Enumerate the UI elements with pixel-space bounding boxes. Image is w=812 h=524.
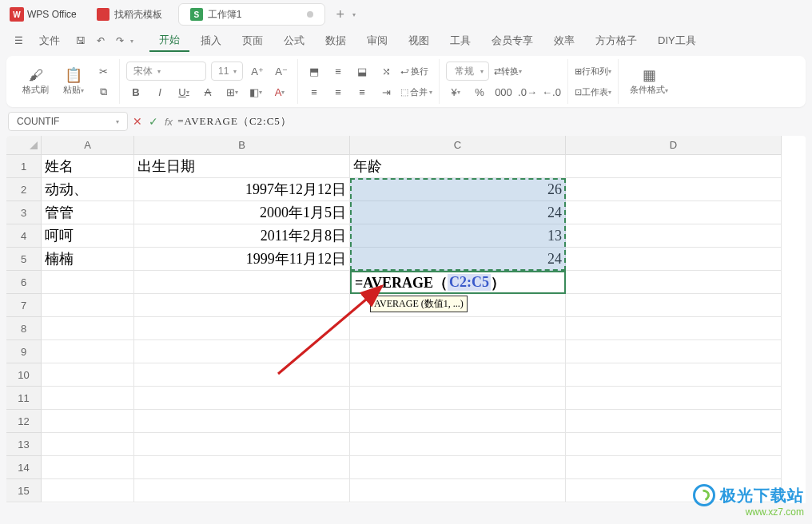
row-header-13[interactable]: 13 <box>6 433 42 456</box>
row-header-1[interactable]: 1 <box>6 155 42 178</box>
cell-C15[interactable] <box>350 479 566 502</box>
col-header-C[interactable]: C <box>350 136 566 155</box>
cell-D12[interactable] <box>566 410 782 433</box>
row-header-3[interactable]: 3 <box>6 201 42 224</box>
tab-list-caret[interactable]: ▾ <box>352 11 356 18</box>
cell-A14[interactable] <box>42 456 134 479</box>
wrap-text-button[interactable]: ⮐换行 <box>400 62 428 80</box>
row-header-4[interactable]: 4 <box>6 224 42 248</box>
cell-A5[interactable]: 楠楠 <box>42 248 134 271</box>
cell-C12[interactable] <box>350 410 566 433</box>
strike-icon[interactable]: A <box>198 83 217 101</box>
row-header-6[interactable]: 6 <box>6 271 42 294</box>
cell-C5[interactable]: 24 <box>350 248 566 271</box>
cell-C11[interactable] <box>350 387 566 410</box>
percent-icon[interactable]: % <box>470 83 489 101</box>
menu-insert[interactable]: 插入 <box>191 30 231 51</box>
font-color-icon[interactable]: A▾ <box>270 83 289 101</box>
increase-font-icon[interactable]: A⁺ <box>248 62 267 80</box>
fill-color-icon[interactable]: ◧▾ <box>246 83 265 101</box>
align-right-icon[interactable]: ≡ <box>352 83 372 101</box>
menu-tools[interactable]: 工具 <box>440 30 480 51</box>
col-header-B[interactable]: B <box>134 136 350 155</box>
cell-C1[interactable]: 年龄 <box>350 155 566 178</box>
qat-caret[interactable]: ▾ <box>130 38 133 45</box>
spreadsheet-grid[interactable]: ABCD 123456789101112131415 姓名出生日期年龄动动、19… <box>6 136 806 503</box>
cond-format-button[interactable]: ▦ 条件格式▾ <box>625 66 673 97</box>
cell-A1[interactable]: 姓名 <box>42 155 134 178</box>
cell-D3[interactable] <box>566 201 782 224</box>
border-icon[interactable]: ⊞▾ <box>222 83 241 101</box>
cell-D9[interactable] <box>566 340 782 363</box>
align-top-icon[interactable]: ⬒ <box>304 62 324 80</box>
col-header-D[interactable]: D <box>566 136 782 155</box>
cell-A13[interactable] <box>42 433 134 456</box>
cell-A2[interactable]: 动动、 <box>42 178 134 201</box>
cell-D10[interactable] <box>566 363 782 387</box>
formula-ok-icon[interactable]: ✓ <box>149 115 158 128</box>
bold-icon[interactable]: B <box>126 83 145 101</box>
currency-icon[interactable]: ¥▾ <box>446 83 465 101</box>
menu-vip[interactable]: 会员专享 <box>482 30 543 51</box>
redo-icon[interactable]: ↷ <box>111 32 129 50</box>
cell-C14[interactable] <box>350 456 566 479</box>
formula-input[interactable]: =AVERAGE（C2:C5） <box>177 114 292 129</box>
align-left-icon[interactable]: ≡ <box>304 83 324 101</box>
cell-B10[interactable] <box>134 363 350 387</box>
cell-C9[interactable] <box>350 340 566 363</box>
menu-formula[interactable]: 公式 <box>274 30 314 51</box>
cell-B6[interactable] <box>134 271 350 294</box>
row-header-5[interactable]: 5 <box>6 248 42 271</box>
row-header-14[interactable]: 14 <box>6 456 42 479</box>
font-size-select[interactable]: 11▾ <box>211 62 243 81</box>
worksheet-button[interactable]: ⊡ 工作表▾ <box>575 83 611 101</box>
cell-B14[interactable] <box>134 456 350 479</box>
cell-B3[interactable]: 2000年1月5日 <box>134 201 350 224</box>
cell-D7[interactable] <box>566 294 782 317</box>
menu-ffgz[interactable]: 方方格子 <box>586 30 647 51</box>
row-header-9[interactable]: 9 <box>6 340 42 363</box>
new-tab-button[interactable]: + <box>328 6 352 23</box>
indent-icon[interactable]: ⇥ <box>376 83 396 101</box>
decrease-font-icon[interactable]: A⁻ <box>272 62 291 80</box>
hamburger-icon[interactable]: ☰ <box>10 32 28 50</box>
cell-C3[interactable]: 24 <box>350 201 566 224</box>
orientation-icon[interactable]: ⤭ <box>376 62 396 80</box>
menu-review[interactable]: 审阅 <box>357 30 397 51</box>
cell-C10[interactable] <box>350 363 566 387</box>
cell-B9[interactable] <box>134 340 350 363</box>
cell-B1[interactable]: 出生日期 <box>134 155 350 178</box>
cell-D4[interactable] <box>566 224 782 248</box>
align-bottom-icon[interactable]: ⬓ <box>352 62 372 80</box>
menu-data[interactable]: 数据 <box>316 30 356 51</box>
cell-A3[interactable]: 管管 <box>42 201 134 224</box>
row-header-11[interactable]: 11 <box>6 387 42 410</box>
menu-start[interactable]: 开始 <box>149 30 189 52</box>
cell-D5[interactable] <box>566 248 782 271</box>
cell-B13[interactable] <box>134 433 350 456</box>
cell-B4[interactable]: 2011年2月8日 <box>134 224 350 248</box>
cell-B5[interactable]: 1999年11月12日 <box>134 248 350 271</box>
menu-diy[interactable]: DIY工具 <box>648 30 706 51</box>
cell-A4[interactable]: 呵呵 <box>42 224 134 248</box>
row-header-10[interactable]: 10 <box>6 363 42 387</box>
rowcol-button[interactable]: ⊞ 行和列▾ <box>575 62 611 80</box>
format-painter-button[interactable]: 🖌 格式刷 <box>18 66 54 97</box>
dec-inc-icon[interactable]: .0→ <box>518 83 537 101</box>
cell-A10[interactable] <box>42 363 134 387</box>
menu-page[interactable]: 页面 <box>233 30 273 51</box>
align-middle-icon[interactable]: ≡ <box>328 62 348 80</box>
menu-efficiency[interactable]: 效率 <box>544 30 584 51</box>
cell-C2[interactable]: 26 <box>350 178 566 201</box>
cell-B7[interactable] <box>134 294 350 317</box>
cell-A11[interactable] <box>42 387 134 410</box>
formula-cancel-icon[interactable]: ✕ <box>133 115 142 128</box>
cell-D1[interactable] <box>566 155 782 178</box>
undo-icon[interactable]: ↶ <box>92 32 109 50</box>
cell-C6[interactable] <box>350 271 566 294</box>
underline-icon[interactable]: U▾ <box>174 83 193 101</box>
select-all-corner[interactable] <box>6 136 42 155</box>
menu-file[interactable]: 文件 <box>30 30 70 51</box>
cut-icon[interactable]: ✂ <box>94 62 113 80</box>
number-format-select[interactable]: 常规▾ <box>446 62 489 81</box>
